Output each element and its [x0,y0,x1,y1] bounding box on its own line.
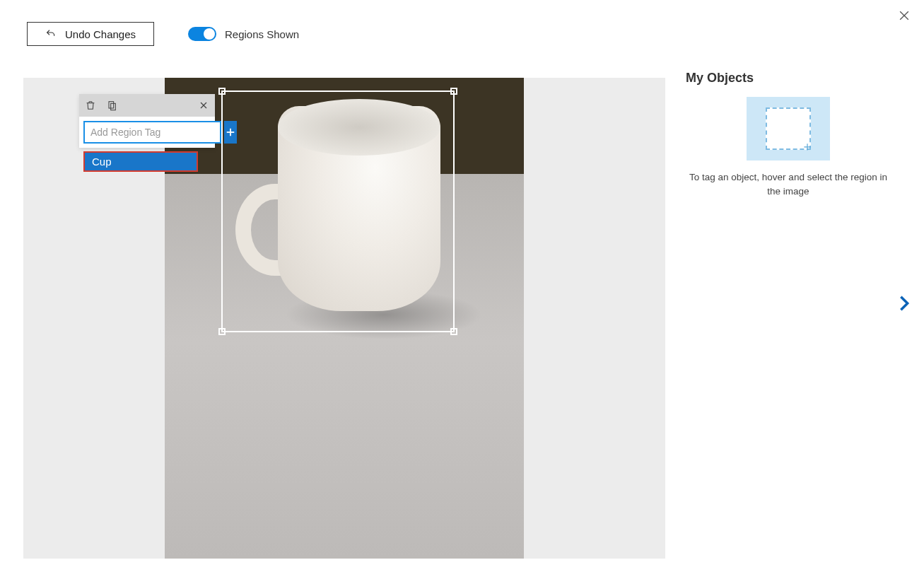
training-image[interactable] [165,78,524,559]
objects-sidebar: My Objects ＋ To tag an object, hover and… [686,71,891,199]
svg-rect-3 [111,103,116,110]
region-bounding-box[interactable] [221,91,455,332]
image-canvas-area [23,78,665,559]
region-tag-popup [79,94,215,148]
close-popup-icon[interactable] [198,100,209,111]
regions-toggle-label: Regions Shown [225,28,299,40]
next-image-button[interactable] [894,293,917,316]
svg-rect-2 [109,102,114,108]
tag-popup-toolbar [79,94,215,117]
top-toolbar: Undo Changes Regions Shown [0,20,924,48]
plus-icon: ＋ [801,140,814,153]
resize-handle-top-right[interactable] [450,88,457,95]
sidebar-title: My Objects [686,71,891,86]
tag-suggestion-list: Cup [83,151,198,172]
regions-shown-toggle[interactable] [188,27,216,41]
region-tag-input[interactable] [83,121,221,144]
duplicate-region-icon[interactable] [106,100,117,111]
undo-changes-button[interactable]: Undo Changes [27,22,154,46]
add-object-tile[interactable]: ＋ [747,97,830,160]
regions-toggle-group: Regions Shown [188,27,299,41]
resize-handle-bottom-left[interactable] [218,328,226,335]
undo-label: Undo Changes [65,28,136,40]
delete-region-icon[interactable] [85,100,96,111]
tag-input-row [79,117,215,148]
toggle-knob [204,28,215,40]
tag-suggestion-cup[interactable]: Cup [83,151,198,172]
resize-handle-top-left[interactable] [218,88,226,95]
add-object-placeholder-icon: ＋ [766,107,811,150]
resize-handle-bottom-right[interactable] [450,328,457,335]
undo-icon [45,28,57,40]
add-tag-button[interactable] [224,121,237,144]
sidebar-help-text: To tag an object, hover and select the r… [686,170,891,199]
